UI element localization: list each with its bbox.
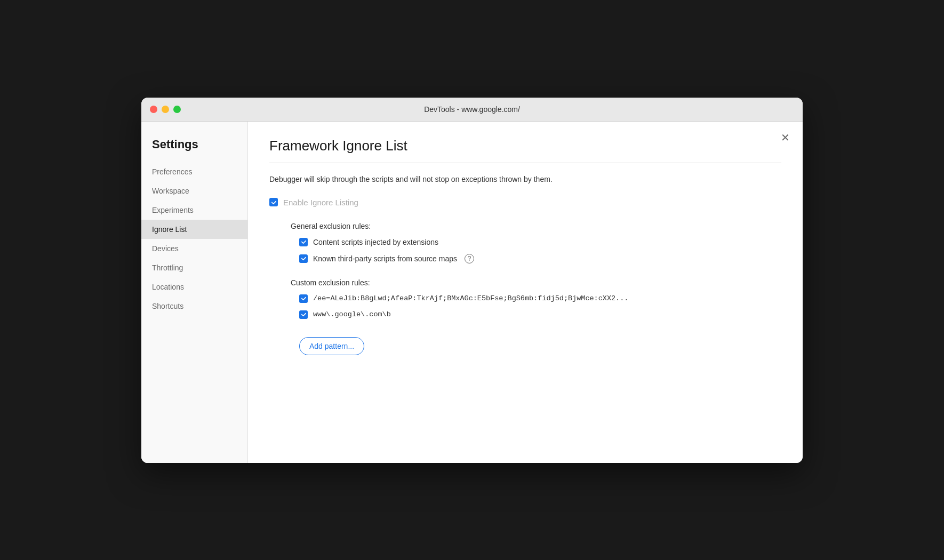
content-area: Settings Preferences Workspace Experimen… (141, 122, 803, 463)
enable-ignore-listing-checkbox[interactable] (269, 198, 278, 206)
sidebar-item-experiments[interactable]: Experiments (141, 201, 247, 220)
sidebar-item-ignore-list[interactable]: Ignore List (141, 220, 247, 239)
content-scripts-checkbox[interactable] (299, 238, 308, 246)
description-text: Debugger will skip through the scripts a… (269, 174, 781, 185)
traffic-lights (150, 106, 181, 113)
main-content: ✕ Framework Ignore List Debugger will sk… (248, 122, 803, 463)
custom-rule-1-checkbox[interactable] (299, 294, 308, 303)
titlebar: DevTools - www.google.com/ (141, 98, 803, 122)
titlebar-title: DevTools - www.google.com/ (424, 105, 520, 114)
enable-ignore-listing-label: Enable Ignore Listing (283, 198, 358, 207)
general-rule-content-scripts: Content scripts injected by extensions (269, 238, 781, 246)
close-button[interactable]: ✕ (781, 132, 790, 143)
general-section-label: General exclusion rules: (269, 222, 781, 230)
sidebar-item-shortcuts[interactable]: Shortcuts (141, 297, 247, 316)
custom-rule-1-text: /ee=ALeJib:B8gLwd;AfeaP:TkrAjf;BMxAGc:E5… (313, 294, 628, 302)
sidebar: Settings Preferences Workspace Experimen… (141, 122, 248, 463)
general-rule-third-party: Known third-party scripts from source ma… (269, 254, 781, 263)
sidebar-item-devices[interactable]: Devices (141, 239, 247, 258)
enable-ignore-listing-row: Enable Ignore Listing (269, 198, 781, 207)
sidebar-item-preferences[interactable]: Preferences (141, 162, 247, 181)
third-party-scripts-checkbox[interactable] (299, 254, 308, 263)
sidebar-item-workspace[interactable]: Workspace (141, 181, 247, 201)
third-party-scripts-label: Known third-party scripts from source ma… (313, 254, 457, 263)
custom-rule-1-row: /ee=ALeJib:B8gLwd;AfeaP:TkrAjf;BMxAGc:E5… (269, 294, 781, 303)
sidebar-item-locations[interactable]: Locations (141, 277, 247, 297)
custom-section: Custom exclusion rules: /ee=ALeJib:B8gLw… (269, 278, 781, 355)
custom-rule-2-text: www\.google\.com\b (313, 310, 391, 318)
add-pattern-button[interactable]: Add pattern... (299, 337, 364, 355)
sidebar-heading: Settings (141, 138, 247, 162)
content-scripts-label: Content scripts injected by extensions (313, 238, 438, 246)
sidebar-item-throttling[interactable]: Throttling (141, 258, 247, 277)
close-traffic-light[interactable] (150, 106, 157, 113)
maximize-traffic-light[interactable] (173, 106, 181, 113)
custom-rule-2-checkbox[interactable] (299, 310, 308, 319)
help-icon[interactable]: ? (465, 254, 474, 263)
title-divider (269, 163, 781, 163)
custom-rule-2-row: www\.google\.com\b (269, 310, 781, 319)
minimize-traffic-light[interactable] (162, 106, 169, 113)
custom-section-label: Custom exclusion rules: (269, 278, 781, 287)
devtools-window: DevTools - www.google.com/ Settings Pref… (141, 98, 803, 463)
page-title: Framework Ignore List (269, 138, 781, 154)
